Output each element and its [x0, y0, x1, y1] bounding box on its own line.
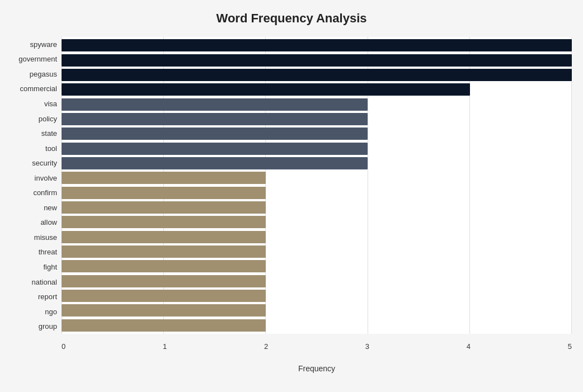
x-tick: 2 — [264, 342, 268, 351]
bar-row — [62, 185, 572, 200]
bar — [62, 319, 266, 332]
bar-row — [62, 156, 572, 171]
y-label: misuse — [11, 234, 62, 241]
y-label: state — [11, 130, 62, 137]
x-tick: 5 — [568, 342, 572, 351]
y-label: policy — [11, 115, 62, 122]
bar-row — [62, 82, 572, 97]
y-label: tool — [11, 145, 62, 152]
bars-container — [62, 37, 572, 334]
y-label: fight — [11, 263, 62, 271]
bar — [62, 245, 266, 258]
bar — [62, 127, 368, 140]
y-label: pegasus — [11, 70, 62, 78]
bar — [62, 98, 368, 111]
y-label: involve — [11, 174, 62, 182]
bar — [62, 83, 470, 96]
bar — [62, 216, 266, 228]
bar-row — [62, 200, 572, 215]
plot-area: 012345 Frequency — [62, 37, 572, 351]
bar — [62, 231, 266, 243]
x-tick: 3 — [365, 342, 369, 351]
bar-row — [62, 53, 572, 67]
bar — [62, 260, 266, 272]
y-label: ngo — [11, 308, 62, 315]
y-label: report — [11, 293, 62, 300]
bar-row — [62, 141, 572, 155]
bar-row — [62, 259, 572, 273]
bar-row — [62, 289, 572, 303]
y-axis: spywaregovernmentpegasuscommercialvisapo… — [11, 37, 62, 351]
bar-row — [62, 215, 572, 229]
x-tick: 1 — [163, 342, 167, 351]
bar-row — [62, 112, 572, 126]
bar — [62, 69, 572, 81]
bar — [62, 39, 572, 51]
bar-row — [62, 97, 572, 111]
bar-row — [62, 303, 572, 318]
bar-row — [62, 229, 572, 244]
y-label: allow — [11, 219, 62, 226]
bar — [62, 201, 266, 214]
bar — [62, 187, 266, 199]
bar — [62, 143, 368, 155]
y-label: new — [11, 204, 62, 211]
bar-row — [62, 244, 572, 259]
chart-area: spywaregovernmentpegasuscommercialvisapo… — [11, 37, 572, 351]
x-tick: 0 — [62, 342, 65, 351]
y-label: group — [11, 323, 62, 330]
y-label: government — [11, 55, 62, 63]
y-label: security — [11, 159, 62, 167]
chart-container: Word Frequency Analysis spywaregovernmen… — [0, 0, 583, 392]
bar — [62, 172, 266, 184]
chart-title: Word Frequency Analysis — [11, 11, 572, 26]
bar-row — [62, 126, 572, 141]
bar-row — [62, 68, 572, 82]
y-label: commercial — [11, 85, 62, 92]
bar — [62, 304, 266, 317]
x-axis-title: Frequency — [62, 364, 572, 373]
x-axis-labels: 012345 — [62, 334, 572, 351]
bar — [62, 54, 572, 67]
bar — [62, 157, 368, 169]
y-label: threat — [11, 248, 62, 256]
bar — [62, 275, 266, 287]
y-label: national — [11, 278, 62, 286]
bar-row — [62, 274, 572, 289]
bar-row — [62, 318, 572, 333]
y-label: spyware — [11, 41, 62, 48]
x-tick: 4 — [467, 342, 471, 351]
bar-row — [62, 38, 572, 53]
y-label: confirm — [11, 189, 62, 196]
bar — [62, 290, 266, 302]
bar-row — [62, 171, 572, 185]
y-label: visa — [11, 100, 62, 107]
bar — [62, 113, 368, 125]
